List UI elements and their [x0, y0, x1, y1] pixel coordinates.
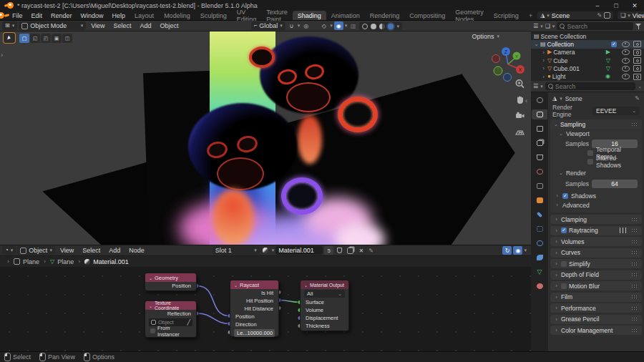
shader-node-canvas[interactable]: ⌄Geometry Position ⌄Texture Coordinate R…: [0, 267, 531, 351]
menu-render[interactable]: Render: [47, 11, 77, 20]
minimize-button[interactable]: –: [588, 0, 607, 11]
collection-checkbox[interactable]: ✓: [611, 41, 617, 47]
material-slot-dropdown[interactable]: Slot 1▾: [213, 246, 260, 255]
drag-grip-icon[interactable]: [631, 306, 638, 310]
sampling-viewport-header[interactable]: ⌄Viewport: [550, 129, 642, 138]
simplify-checkbox[interactable]: [561, 261, 567, 267]
overlay-toggle-icon[interactable]: ◉: [513, 246, 522, 255]
workspace-tab-scripting[interactable]: Scripting: [489, 11, 524, 20]
close-button[interactable]: ✕: [625, 0, 644, 11]
section-depth-of-field[interactable]: ›Depth of Field: [550, 270, 642, 280]
snap-toggle-icon[interactable]: ↻: [502, 246, 512, 255]
sampling-panel-header[interactable]: ⌄Sampling: [550, 119, 642, 129]
pin-icon[interactable]: ✎: [597, 12, 602, 19]
fake-user-shield-icon[interactable]: [335, 246, 344, 255]
material-name-field[interactable]: Material.001: [275, 246, 323, 255]
from-instancer-checkbox[interactable]: [150, 328, 155, 333]
expand-icon[interactable]: ›: [541, 57, 546, 64]
active-tool-select-button[interactable]: [4, 33, 15, 43]
section-film[interactable]: ›Film: [550, 293, 642, 302]
vp-menu-add[interactable]: Add: [137, 22, 155, 29]
material-users-count[interactable]: 5: [324, 246, 333, 255]
node-raycast[interactable]: ⌄Raycast Is Hit Hit Position Hit Distanc…: [230, 280, 279, 337]
section-simplify[interactable]: ›Simplify: [550, 259, 642, 268]
select-invert-icon[interactable]: ▣: [52, 34, 62, 43]
select-intersect-icon[interactable]: ◫: [62, 34, 72, 43]
drag-grip-icon[interactable]: [631, 217, 638, 222]
expand-icon[interactable]: ›: [541, 65, 546, 72]
toggle-ortho-icon[interactable]: [514, 126, 525, 137]
drag-grip-icon[interactable]: [631, 122, 638, 127]
render-samples-field[interactable]: 64: [592, 180, 638, 188]
hide-eye-icon[interactable]: [622, 41, 630, 47]
tab-particles[interactable]: [532, 224, 547, 234]
tab-render[interactable]: [532, 109, 547, 119]
tab-tool[interactable]: [532, 95, 547, 105]
se-menu-select[interactable]: Select: [79, 247, 104, 254]
section-color-management[interactable]: ›Color Management: [550, 326, 642, 335]
toolbar-expand-icon[interactable]: ›: [1, 52, 3, 59]
properties-editor-icon[interactable]: ☰: [533, 84, 538, 89]
sampling-render-header[interactable]: ⌄Render: [550, 168, 642, 178]
jittered-checkbox[interactable]: [587, 159, 593, 165]
shadows-row[interactable]: ›✓ Shadows: [550, 191, 642, 200]
properties-search-input[interactable]: Search: [545, 82, 635, 90]
drag-grip-icon[interactable]: [631, 240, 638, 244]
maximize-button[interactable]: □: [607, 0, 625, 11]
viewlayer-selector[interactable]: ❏ ▾ ViewLayer: [618, 11, 644, 19]
camera-view-icon[interactable]: [514, 110, 525, 121]
tab-object[interactable]: [532, 195, 547, 205]
raycast-length-field[interactable]: Le... 10000.000: [234, 329, 275, 337]
tab-constraints[interactable]: [532, 253, 547, 263]
expand-icon[interactable]: ›: [541, 74, 546, 80]
se-menu-node[interactable]: Node: [125, 247, 148, 254]
workspace-tab-shading[interactable]: Shading: [293, 11, 326, 20]
menu-window[interactable]: Window: [77, 11, 108, 20]
xray-toggle-icon[interactable]: ▥: [348, 21, 358, 30]
pin-icon[interactable]: ✎: [369, 248, 374, 254]
properties-options-icon[interactable]: ⌄: [638, 84, 642, 89]
render-visibility-icon[interactable]: [633, 57, 641, 64]
render-visibility-icon[interactable]: [633, 41, 641, 47]
outliner-display-icon[interactable]: ❏: [545, 24, 550, 29]
workspace-tab-compositing[interactable]: Compositing: [404, 11, 450, 20]
outliner-editor-icon[interactable]: ☰: [533, 24, 538, 29]
tab-view-layer[interactable]: [532, 138, 547, 148]
shading-material-icon[interactable]: [379, 24, 385, 29]
section-volumes[interactable]: ›Volumes: [550, 237, 642, 246]
menu-file[interactable]: File: [8, 11, 27, 20]
drag-grip-icon[interactable]: [631, 328, 638, 333]
temporal-checkbox[interactable]: [587, 150, 593, 156]
select-extend-icon[interactable]: ◱: [30, 34, 40, 43]
pan-hand-icon[interactable]: [514, 94, 525, 105]
raytracing-checkbox[interactable]: ✓: [561, 228, 567, 233]
section-clamping[interactable]: ›Clamping: [550, 215, 642, 224]
output-target-dropdown[interactable]: All⌄: [304, 290, 345, 298]
drag-grip-icon[interactable]: [631, 317, 638, 321]
shading-rendered-icon[interactable]: [388, 24, 394, 29]
node-output-header[interactable]: ⌄Material Output: [301, 280, 348, 289]
node-texcoord-header[interactable]: ⌄Texture Coordinate: [145, 301, 196, 310]
outliner-row-light[interactable]: › ● Light ◉: [531, 72, 644, 80]
material-preview-icon[interactable]: [261, 246, 270, 255]
breadcrumb-data[interactable]: Plane: [57, 258, 74, 265]
tab-world[interactable]: [532, 167, 547, 177]
workspace-tab-rendering[interactable]: Rendering: [365, 11, 405, 20]
hide-eye-icon[interactable]: [622, 66, 630, 72]
overlays-icon[interactable]: ◉: [334, 21, 343, 30]
drag-grip-icon[interactable]: [631, 228, 638, 233]
scene-selector[interactable]: ◮ ▾ Scene ✎: [537, 11, 613, 19]
transform-orientation-dropdown[interactable]: ⌐ Global ▾: [251, 21, 286, 30]
outliner-row-collection[interactable]: ⌄ ▤ Collection ✓: [531, 40, 644, 48]
unlink-material-icon[interactable]: ✕: [356, 246, 366, 255]
workspace-tab-sculpting[interactable]: Sculpting: [195, 11, 232, 20]
pin-icon[interactable]: ✎: [635, 95, 640, 102]
shadows-checkbox[interactable]: ✓: [562, 193, 568, 199]
shading-solid-icon[interactable]: [371, 24, 376, 29]
drag-grip-icon[interactable]: [631, 284, 638, 288]
section-raytracing[interactable]: ›✓Raytracing: [550, 226, 642, 235]
breadcrumb-expand-icon[interactable]: ›: [6, 258, 11, 265]
render-visibility-icon[interactable]: [633, 49, 641, 56]
node-raycast-header[interactable]: ⌄Raycast: [230, 280, 278, 289]
section-motion-blur[interactable]: ›Motion Blur: [550, 281, 642, 290]
